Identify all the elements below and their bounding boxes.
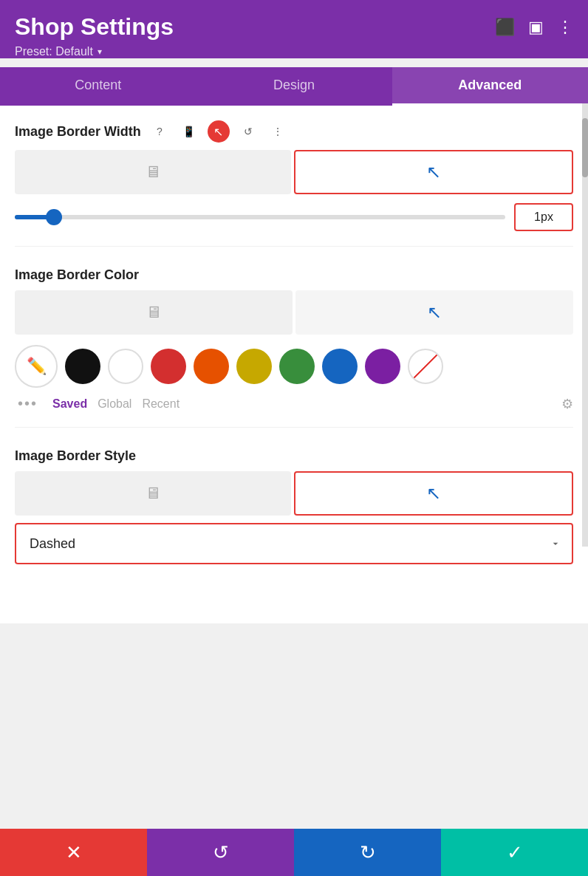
- tab-content[interactable]: Content: [0, 67, 196, 106]
- color-desktop-cell[interactable]: 🖥: [15, 290, 293, 335]
- swatch-black[interactable]: [65, 349, 100, 384]
- style-value-cell[interactable]: ↖: [294, 471, 573, 516]
- eyedropper-icon: ✏️: [27, 357, 47, 376]
- frame-icon[interactable]: ⬛: [495, 18, 515, 37]
- header: Shop Settings ⬛ ▣ ⋮ Preset: Default ▾: [0, 0, 588, 58]
- desktop-device-cell[interactable]: 🖥: [15, 150, 291, 194]
- monitor-icon: 🖥: [145, 162, 161, 182]
- redo-button[interactable]: ↻: [294, 829, 441, 876]
- divider-1: [15, 246, 573, 247]
- cursor-active-icon[interactable]: ↖: [208, 120, 230, 143]
- border-style-select[interactable]: None Solid Dashed Dotted Double Groove R…: [15, 523, 573, 564]
- image-border-style-label: Image Border Style: [15, 448, 136, 464]
- color-tab-recent[interactable]: Recent: [139, 396, 182, 412]
- border-color-device-row: 🖥 ↖: [15, 290, 573, 335]
- swatch-blue[interactable]: [322, 349, 358, 384]
- header-top: Shop Settings ⬛ ▣ ⋮: [15, 13, 573, 41]
- border-style-select-row: None Solid Dashed Dotted Double Groove R…: [15, 523, 573, 564]
- slider-thumb[interactable]: [46, 209, 62, 225]
- border-width-value-box[interactable]: 1px: [514, 203, 573, 231]
- preset-subtitle: Preset: Default ▾: [15, 45, 573, 58]
- divider-2: [15, 427, 573, 428]
- tab-design[interactable]: Design: [196, 67, 392, 106]
- help-icon[interactable]: ?: [148, 120, 171, 143]
- eyedropper-button[interactable]: ✏️: [15, 345, 58, 388]
- options-icon[interactable]: ⋮: [267, 120, 289, 143]
- color-more-dots[interactable]: •••: [18, 395, 38, 412]
- image-border-color-header: Image Border Color: [15, 253, 573, 290]
- preset-dropdown-arrow[interactable]: ▾: [98, 47, 102, 57]
- save-button[interactable]: ✓: [441, 829, 588, 876]
- tab-advanced[interactable]: Advanced: [392, 67, 588, 106]
- swatch-yellow[interactable]: [236, 349, 272, 384]
- swatch-orange[interactable]: [194, 349, 229, 384]
- color-value-cell[interactable]: ↖: [295, 290, 573, 335]
- monitor-icon-3: 🖥: [145, 484, 161, 503]
- swatch-purple[interactable]: [365, 349, 400, 384]
- reset-icon[interactable]: ↺: [237, 120, 259, 143]
- layout-icon[interactable]: ▣: [528, 18, 544, 37]
- color-settings-icon[interactable]: ⚙: [561, 396, 573, 412]
- scrollbar-track: [582, 103, 588, 547]
- cursor-arrow-icon-3: ↖: [426, 483, 441, 504]
- image-border-color-label: Image Border Color: [15, 267, 139, 283]
- monitor-icon-2: 🖥: [146, 303, 162, 322]
- redo-icon: ↻: [360, 841, 376, 864]
- image-border-style-header: Image Border Style: [15, 434, 573, 471]
- mobile-device-icon[interactable]: 📱: [178, 120, 200, 143]
- color-tabs-row: ••• Saved Global Recent ⚙: [15, 395, 573, 412]
- color-tab-global[interactable]: Global: [95, 396, 134, 412]
- slider-track[interactable]: [15, 215, 505, 219]
- save-icon: ✓: [507, 841, 523, 864]
- page-title: Shop Settings: [15, 13, 174, 41]
- swatch-white[interactable]: [108, 349, 143, 384]
- undo-button[interactable]: ↺: [147, 829, 294, 876]
- color-tab-saved[interactable]: Saved: [49, 396, 90, 412]
- scrollbar-thumb[interactable]: [582, 118, 588, 177]
- border-style-device-row: 🖥 ↖: [15, 471, 573, 516]
- cancel-button[interactable]: ✕: [0, 829, 147, 876]
- border-width-device-row: 🖥 ↖: [15, 150, 573, 194]
- header-icons: ⬛ ▣ ⋮: [495, 18, 573, 37]
- tabs-bar: Content Design Advanced: [0, 67, 588, 106]
- more-icon[interactable]: ⋮: [557, 18, 573, 37]
- swatch-green[interactable]: [279, 349, 315, 384]
- border-width-slider-row: 1px: [15, 203, 573, 231]
- image-border-width-label: Image Border Width: [15, 124, 141, 140]
- undo-icon: ↺: [213, 841, 229, 864]
- cursor-arrow-icon-2: ↖: [427, 302, 442, 323]
- swatch-red[interactable]: [151, 349, 186, 384]
- cursor-arrow-icon: ↖: [426, 162, 441, 182]
- swatch-transparent[interactable]: [408, 349, 443, 384]
- desktop-value-cell[interactable]: ↖: [294, 150, 573, 194]
- cancel-icon: ✕: [66, 841, 82, 864]
- image-border-width-header: Image Border Width ? 📱 ↖ ↺ ⋮: [15, 106, 573, 150]
- bottom-toolbar: ✕ ↺ ↻ ✓: [0, 829, 588, 876]
- main-content: Image Border Width ? 📱 ↖ ↺ ⋮ 🖥 ↖ 1px Ima…: [0, 106, 588, 623]
- style-desktop-cell[interactable]: 🖥: [15, 471, 291, 516]
- color-picker-row: ✏️: [15, 345, 573, 388]
